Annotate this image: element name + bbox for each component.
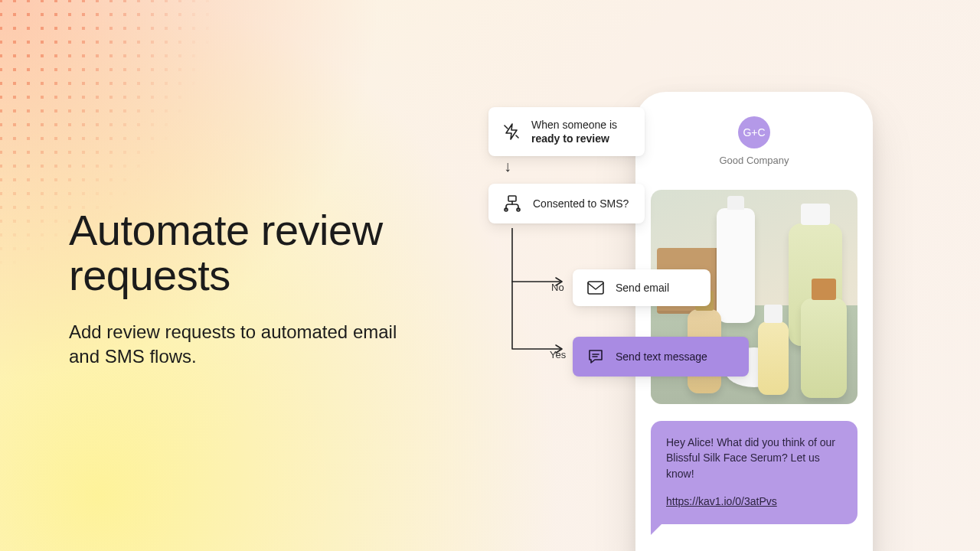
action-email-text: Send email xyxy=(616,281,669,295)
flow-action-sms-card[interactable]: Send text message xyxy=(573,337,749,377)
headline-block: Automate review requests Add review requ… xyxy=(69,208,429,369)
trigger-event: ready to review xyxy=(531,132,617,145)
svg-line-1 xyxy=(516,135,518,138)
arrow-down-icon: ↓ xyxy=(504,158,511,175)
svg-rect-2 xyxy=(508,196,516,201)
title-line-1: Automate review xyxy=(69,206,383,254)
chat-icon xyxy=(586,347,605,366)
page-title: Automate review requests xyxy=(69,208,429,298)
branch-label-yes: Yes xyxy=(550,349,566,360)
condition-text: Consented to SMS? xyxy=(533,197,629,210)
split-icon xyxy=(502,194,522,213)
flow-action-email-card[interactable]: Send email xyxy=(573,269,710,306)
phone-mockup: G+C Good Company Hey Alice! What did you… xyxy=(635,92,873,551)
flow-condition-card[interactable]: Consented to SMS? xyxy=(488,184,645,223)
action-sms-text: Send text message xyxy=(616,350,707,364)
company-avatar: G+C xyxy=(738,116,770,148)
title-line-2: requests xyxy=(69,251,230,299)
sms-message-link[interactable]: https://kav1.io/0/3atPvs xyxy=(666,494,842,509)
company-name-label: Good Company xyxy=(635,155,873,166)
page-subtitle: Add review requests to automated email a… xyxy=(69,320,429,370)
lightning-icon xyxy=(502,122,521,141)
sms-message-text: Hey Alice! What did you think of our Bli… xyxy=(666,436,835,480)
sms-message-bubble: Hey Alice! What did you think of our Bli… xyxy=(651,421,858,524)
flow-trigger-card[interactable]: When someone is ready to review xyxy=(488,107,645,156)
branch-connector xyxy=(511,228,571,366)
branch-label-no: No xyxy=(551,282,564,293)
mail-icon xyxy=(586,280,605,295)
svg-rect-6 xyxy=(588,282,603,294)
trigger-prefix: When someone is xyxy=(531,119,617,131)
avatar-initials: G+C xyxy=(743,126,765,139)
flow-trigger-text: When someone is ready to review xyxy=(531,118,617,145)
svg-line-0 xyxy=(505,126,508,129)
